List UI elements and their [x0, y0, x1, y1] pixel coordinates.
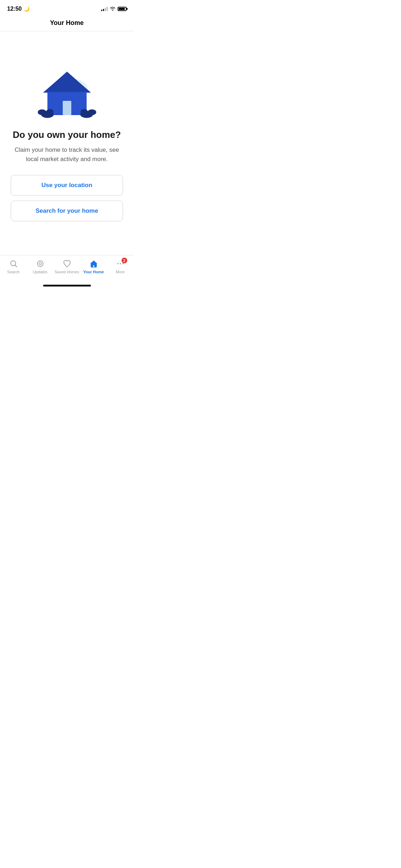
nav-header: Your Home [0, 16, 134, 31]
status-time: 12:50 🌙 [7, 6, 30, 12]
tab-saved-homes-label: Saved Homes [55, 270, 79, 274]
main-content: Do you own your home? Claim your home to… [0, 31, 134, 255]
svg-point-15 [39, 263, 41, 265]
svg-marker-16 [90, 260, 97, 264]
search-icon [9, 259, 18, 268]
svg-point-11 [81, 109, 88, 114]
tab-your-home-label: Your Home [83, 270, 104, 274]
main-heading: Do you own your home? [13, 129, 121, 140]
battery-icon [118, 7, 127, 11]
tab-updates[interactable]: Updates [27, 259, 53, 274]
tab-your-home[interactable]: Your Home [80, 259, 107, 274]
house-illustration [35, 65, 99, 119]
home-icon [89, 259, 98, 268]
svg-line-13 [15, 265, 17, 267]
tab-more[interactable]: 2 More [107, 259, 134, 274]
svg-point-21 [122, 263, 124, 264]
more-badge: 2 [122, 258, 127, 263]
tab-search-label: Search [7, 270, 20, 274]
svg-point-19 [117, 263, 119, 264]
home-indicator [43, 285, 91, 286]
status-bar: 12:50 🌙 [0, 0, 134, 16]
svg-point-8 [46, 109, 53, 114]
tab-saved-homes[interactable]: Saved Homes [53, 259, 80, 274]
page-title: Your Home [50, 19, 84, 26]
search-home-button[interactable]: Search for your home [11, 201, 123, 221]
svg-point-10 [88, 109, 96, 115]
tab-bar: Search Updates Saved Homes Your [0, 255, 134, 285]
updates-icon [36, 259, 45, 268]
svg-point-7 [38, 109, 46, 115]
more-icon: 2 [116, 259, 125, 268]
status-icons [101, 6, 127, 12]
svg-rect-5 [63, 101, 71, 115]
use-location-button[interactable]: Use your location [11, 175, 123, 196]
tab-updates-label: Updates [33, 270, 47, 274]
wifi-icon [110, 6, 115, 12]
moon-icon: 🌙 [24, 6, 30, 12]
svg-point-20 [120, 263, 121, 264]
tab-more-label: More [116, 270, 125, 274]
signal-icon [101, 7, 108, 11]
time-display: 12:50 [7, 6, 22, 12]
svg-rect-18 [93, 265, 94, 267]
tab-search[interactable]: Search [0, 259, 27, 274]
svg-point-14 [37, 261, 43, 267]
heart-icon [62, 259, 72, 268]
main-subheading: Claim your home to track its value, see … [11, 145, 123, 164]
